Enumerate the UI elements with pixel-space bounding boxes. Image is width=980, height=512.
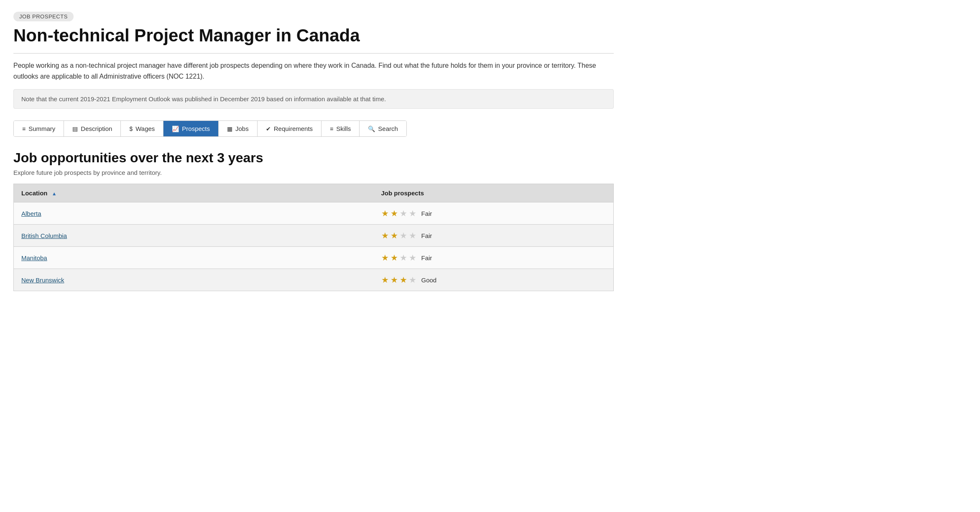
description-text: People working as a non-technical projec… (13, 60, 614, 82)
star-empty-icon: ★ (409, 230, 416, 241)
prospects-label-2: Fair (421, 254, 432, 261)
prospects-cell-2: ★★★★Fair (374, 247, 614, 269)
prospects-tab-label: Prospects (182, 125, 210, 132)
star-empty-icon: ★ (409, 208, 416, 218)
prospects-table: Location ▲ Job prospects Alberta★★★★Fair… (13, 184, 614, 291)
description-tab-label: Description (81, 125, 112, 132)
location-cell-0: Alberta (14, 202, 374, 225)
wages-tab-icon: $ (129, 125, 133, 132)
star-filled-icon: ★ (390, 208, 398, 218)
skills-tab-label: Skills (336, 125, 351, 132)
table-row: Manitoba★★★★Fair (14, 247, 614, 269)
search-tab-icon: 🔍 (368, 125, 375, 132)
column-location[interactable]: Location ▲ (14, 184, 374, 202)
stars-container-0: ★★★★Fair (381, 208, 606, 218)
note-box: Note that the current 2019-2021 Employme… (13, 89, 614, 109)
table-row: British Columbia★★★★Fair (14, 225, 614, 247)
star-filled-icon: ★ (390, 275, 398, 285)
star-empty-icon: ★ (400, 253, 407, 263)
column-prospects: Job prospects (374, 184, 614, 202)
star-filled-icon: ★ (400, 275, 407, 285)
table-row: Alberta★★★★Fair (14, 202, 614, 225)
job-prospects-badge: JOB PROSPECTS (13, 12, 74, 21)
location-cell-1: British Columbia (14, 225, 374, 247)
skills-tab-icon: ≡ (330, 125, 333, 132)
search-tab-label: Search (378, 125, 398, 132)
tab-wages[interactable]: $Wages (121, 121, 163, 136)
jobs-tab-label: Jobs (235, 125, 249, 132)
star-filled-icon: ★ (390, 230, 398, 241)
stars-container-1: ★★★★Fair (381, 230, 606, 241)
prospects-cell-3: ★★★★Good (374, 269, 614, 291)
tab-requirements[interactable]: ✔Requirements (258, 121, 322, 136)
star-filled-icon: ★ (381, 275, 389, 285)
star-empty-icon: ★ (400, 208, 407, 218)
sort-arrow-icon[interactable]: ▲ (52, 191, 57, 197)
section-subtext: Explore future job prospects by province… (13, 169, 614, 176)
stars-container-3: ★★★★Good (381, 275, 606, 285)
star-empty-icon: ★ (409, 253, 416, 263)
prospects-label-1: Fair (421, 232, 432, 239)
section-heading: Job opportunities over the next 3 years (13, 150, 614, 166)
description-tab-icon: ▤ (72, 125, 78, 132)
summary-tab-label: Summary (28, 125, 55, 132)
prospects-cell-0: ★★★★Fair (374, 202, 614, 225)
title-divider (13, 53, 614, 54)
star-filled-icon: ★ (381, 208, 389, 218)
page-title: Non-technical Project Manager in Canada (13, 26, 614, 46)
location-link-0[interactable]: Alberta (21, 210, 41, 217)
tab-jobs[interactable]: ▦Jobs (219, 121, 258, 136)
tab-summary[interactable]: ≡Summary (14, 121, 64, 136)
jobs-tab-icon: ▦ (227, 125, 232, 132)
location-link-3[interactable]: New Brunswick (21, 276, 64, 284)
tab-description[interactable]: ▤Description (64, 121, 121, 136)
tab-search[interactable]: 🔍Search (360, 121, 406, 136)
wages-tab-label: Wages (135, 125, 155, 132)
star-empty-icon: ★ (400, 230, 407, 241)
prospects-label-0: Fair (421, 210, 432, 217)
star-filled-icon: ★ (381, 230, 389, 241)
requirements-tab-icon: ✔ (266, 125, 271, 132)
location-cell-3: New Brunswick (14, 269, 374, 291)
prospects-tab-icon: 📈 (172, 125, 179, 132)
star-empty-icon: ★ (409, 275, 416, 285)
tab-prospects[interactable]: 📈Prospects (163, 121, 219, 136)
stars-container-2: ★★★★Fair (381, 253, 606, 263)
star-filled-icon: ★ (390, 253, 398, 263)
prospects-label-3: Good (421, 276, 437, 284)
table-row: New Brunswick★★★★Good (14, 269, 614, 291)
location-link-1[interactable]: British Columbia (21, 232, 67, 239)
tab-skills[interactable]: ≡Skills (322, 121, 360, 136)
location-link-2[interactable]: Manitoba (21, 254, 47, 261)
star-filled-icon: ★ (381, 253, 389, 263)
tabs-navigation: ≡Summary▤Description$Wages📈Prospects▦Job… (13, 120, 407, 137)
prospects-cell-1: ★★★★Fair (374, 225, 614, 247)
requirements-tab-label: Requirements (274, 125, 313, 132)
summary-tab-icon: ≡ (22, 125, 26, 132)
table-header-row: Location ▲ Job prospects (14, 184, 614, 202)
location-cell-2: Manitoba (14, 247, 374, 269)
